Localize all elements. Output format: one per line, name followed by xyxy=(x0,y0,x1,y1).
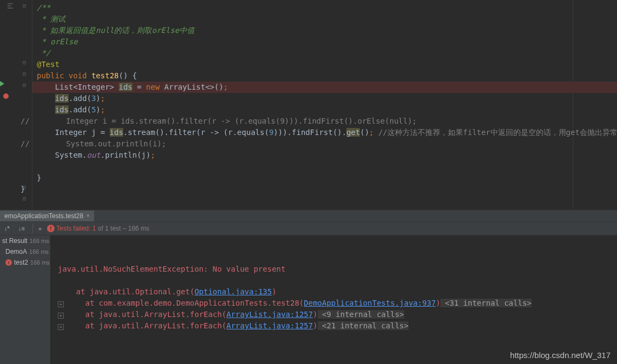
tab-label: emoApplicationTests.test28 xyxy=(4,212,83,220)
internal-calls-label: <31 internal calls> xyxy=(440,299,532,307)
code-line[interactable]: List<Integer> ids = new ArrayList<>(); xyxy=(37,82,617,93)
total-count-label: of 1 test xyxy=(96,225,121,232)
source-link[interactable]: ArrayList.java:1257 xyxy=(226,321,313,330)
code-line[interactable]: ids.add(5); xyxy=(37,104,617,116)
expand-marker-icon[interactable]: + xyxy=(58,324,64,330)
fail-count-label: Tests failed: 1 xyxy=(56,225,96,232)
fold-region-icon[interactable]: ⊟ xyxy=(23,83,28,88)
internal-calls-label: <9 internal calls> xyxy=(318,310,404,319)
stack-line: + at com.example.demo.DemoApplicationTes… xyxy=(58,298,609,309)
stack-line: + at java.util.ArrayList.forEach(ArrayLi… xyxy=(58,309,609,320)
tree-class-row[interactable]: DemoA 166 ms xyxy=(0,246,50,257)
tree-time: 166 ms xyxy=(29,248,49,255)
code-line[interactable]: // Integer i = ids.stream().filter(r -> … xyxy=(37,116,617,127)
test-toolbar: ↓ª ↓≡ » ! Tests failed: 1 of 1 test – 16… xyxy=(0,221,617,235)
indent-icon xyxy=(6,2,14,10)
code-line[interactable]: public void test28() { xyxy=(37,70,617,82)
code-area[interactable]: /** * 测试 * 如果返回值是null的话，则取orElse中值 * orE… xyxy=(32,0,617,210)
exception-line: java.util.NoSuchElementException: No val… xyxy=(58,264,609,275)
test-tree[interactable]: st Result 166 ms DemoA 166 ms ! test2 16… xyxy=(0,235,50,364)
tree-time: 166 ms xyxy=(30,259,50,266)
tree-root[interactable]: st Result 166 ms xyxy=(0,235,50,246)
code-line[interactable]: * 测试 xyxy=(37,14,617,25)
fold-column: ⊟ ⊟ ⊟ ⊟ ⊟ ⊟ xyxy=(21,0,32,210)
sort-alpha-icon[interactable]: ↓ª xyxy=(4,224,13,233)
code-line[interactable]: * orElse xyxy=(37,36,617,48)
internal-calls-label: <21 internal calls> xyxy=(318,321,409,330)
breakpoint-icon[interactable] xyxy=(3,93,9,99)
code-line[interactable]: } xyxy=(21,184,617,195)
expand-marker-icon[interactable]: + xyxy=(58,313,64,319)
code-line[interactable]: /** xyxy=(37,2,617,14)
tree-label: test2 xyxy=(14,259,28,266)
fold-region-icon[interactable]: ⊟ xyxy=(23,60,28,65)
code-line[interactable]: System.out.println(j); xyxy=(37,150,617,161)
expand-marker-icon[interactable]: + xyxy=(58,301,64,307)
fail-icon: ! xyxy=(47,225,55,232)
stack-line: at java.util.Optional.get(Optional.java:… xyxy=(58,286,609,298)
code-line[interactable] xyxy=(37,161,617,172)
fold-region-icon[interactable]: ⊟ xyxy=(23,3,28,9)
sort-duration-icon[interactable]: ↓≡ xyxy=(18,224,27,233)
code-line[interactable]: @Test xyxy=(37,59,617,70)
source-link[interactable]: DemoApplicationTests.java:937 xyxy=(304,299,435,307)
code-line[interactable]: ids.add(3); xyxy=(37,93,617,104)
tree-time: 166 ms xyxy=(30,238,49,244)
fail-icon: ! xyxy=(5,259,12,266)
run-gutter-icon[interactable] xyxy=(0,81,4,86)
code-line[interactable]: * 如果返回值是null的话，则取orElse中值 xyxy=(37,25,617,36)
fold-region-icon[interactable]: ⊟ xyxy=(23,71,28,77)
watermark: https://blog.csdn.net/W_317 xyxy=(510,350,611,360)
fold-region-icon[interactable]: ⊟ xyxy=(23,196,28,201)
source-link[interactable]: ArrayList.java:1257 xyxy=(226,310,313,319)
code-line[interactable]: // System.out.println(i); xyxy=(37,138,617,150)
code-line[interactable]: } xyxy=(37,172,617,184)
duration-label: – 166 ms xyxy=(121,225,150,232)
tree-test-row[interactable]: ! test2 166 ms xyxy=(0,257,50,268)
gutter xyxy=(0,0,21,210)
results-panel: st Result 166 ms DemoA 166 ms ! test2 16… xyxy=(0,235,617,364)
code-editor[interactable]: ⊟ ⊟ ⊟ ⊟ ⊟ ⊟ /** * 测试 * 如果返回值是null的话，则取or… xyxy=(0,0,617,210)
console-output[interactable]: java.util.NoSuchElementException: No val… xyxy=(50,235,617,364)
stack-line: + at java.util.ArrayList.forEach(ArrayLi… xyxy=(58,320,609,332)
test-status: ! Tests failed: 1 of 1 test – 166 ms xyxy=(47,225,149,233)
tree-label: DemoA xyxy=(5,248,27,255)
code-line[interactable]: */ xyxy=(37,48,617,59)
code-line[interactable]: Integer j = ids.stream().filter(r -> (r.… xyxy=(37,127,617,138)
separator xyxy=(32,224,33,233)
source-link[interactable]: Optional.java:135 xyxy=(195,287,272,296)
test-run-tab[interactable]: emoApplicationTests.test28 × xyxy=(0,211,94,221)
expand-icon[interactable]: » xyxy=(38,225,42,232)
close-icon[interactable]: × xyxy=(86,213,90,219)
run-tab-bar: emoApplicationTests.test28 × xyxy=(0,210,617,221)
tree-label: st Result xyxy=(2,237,28,245)
